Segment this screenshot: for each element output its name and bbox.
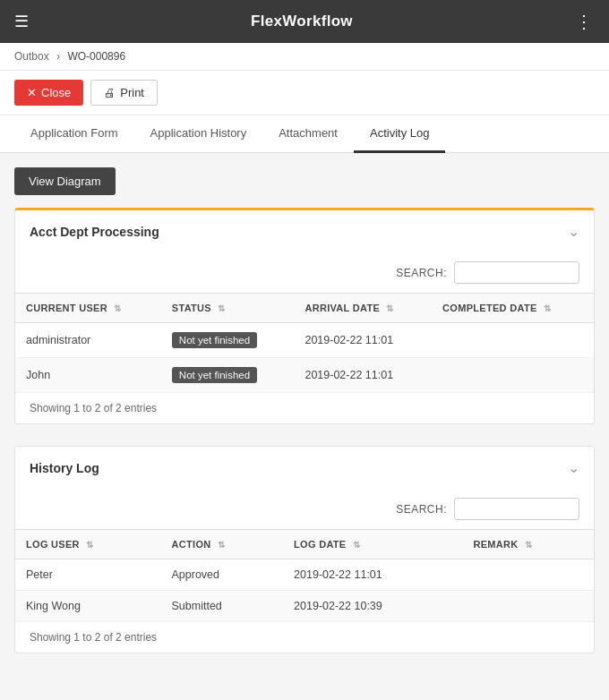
menu-icon[interactable]: ☰ [14,12,29,31]
history-log-search-input[interactable] [454,498,579,520]
col-log-date: LOG DATE ⇅ [283,530,462,559]
tab-application-history[interactable]: Application History [134,115,263,153]
cell-current-user: John [15,358,161,393]
print-icon: 🖨 [104,86,116,99]
status-badge: Not yet finished [172,332,257,348]
cell-remark [462,559,594,591]
app-title: FlexWorkflow [251,13,353,30]
col-current-user: CURRENT USER ⇅ [15,294,161,323]
sort-current-user-icon[interactable]: ⇅ [114,303,121,313]
col-action: ACTION ⇅ [161,530,284,559]
sort-log-date-icon[interactable]: ⇅ [353,540,360,550]
table-row: Peter Approved 2019-02-22 11:01 [15,559,594,591]
history-log-section-header[interactable]: History Log ⌄ [15,447,594,489]
col-arrival-date: ARRIVAL DATE ⇅ [294,294,432,323]
history-log-section: History Log ⌄ SEARCH: LOG USER ⇅ ACTION … [14,446,595,653]
acct-dept-section-header[interactable]: Acct Dept Processing ⌄ [15,210,594,252]
history-log-table: LOG USER ⇅ ACTION ⇅ LOG DATE ⇅ REMARK ⇅ [15,529,594,621]
tab-bar: Application Form Application History Att… [0,115,609,153]
col-completed-date: COMPLETED DATE ⇅ [432,294,594,323]
acct-dept-search-input[interactable] [454,261,579,284]
content-area: View Diagram Acct Dept Processing ⌄ SEAR… [0,153,609,682]
sort-remark-icon[interactable]: ⇅ [525,540,532,550]
col-log-user: LOG USER ⇅ [15,530,161,559]
cell-current-user: administrator [15,323,161,358]
cell-completed-date [432,358,594,393]
history-log-chevron-icon: ⌄ [568,459,579,476]
toolbar: ✕ Close 🖨 Print [0,71,609,115]
tab-application-form[interactable]: Application Form [14,115,134,153]
sort-arrival-icon[interactable]: ⇅ [386,303,393,313]
tab-attachment[interactable]: Attachment [262,115,354,153]
acct-dept-table-footer: Showing 1 to 2 of 2 entries [15,392,594,423]
history-log-table-footer: Showing 1 to 2 of 2 entries [15,621,594,653]
status-badge: Not yet finished [172,367,257,383]
sort-action-icon[interactable]: ⇅ [218,540,225,550]
cell-completed-date [432,323,594,358]
breadcrumb-separator: › [56,50,60,63]
acct-dept-title: Acct Dept Processing [30,225,159,239]
more-options-icon[interactable]: ⋮ [575,11,595,32]
table-row: John Not yet finished 2019-02-22 11:01 [15,358,594,393]
breadcrumb-parent[interactable]: Outbox [14,50,49,63]
breadcrumb-current: WO-000896 [67,50,125,63]
acct-dept-table: CURRENT USER ⇅ STATUS ⇅ ARRIVAL DATE ⇅ C… [15,293,594,392]
print-label: Print [120,86,144,99]
acct-dept-search-label: SEARCH: [396,267,447,279]
cell-status: Not yet finished [161,358,295,393]
sort-log-user-icon[interactable]: ⇅ [86,540,93,550]
cell-log-user: King Wong [15,591,161,622]
history-log-search-label: SEARCH: [396,503,447,516]
acct-dept-section: Acct Dept Processing ⌄ SEARCH: CURRENT U… [14,208,595,424]
acct-dept-chevron-icon: ⌄ [568,223,579,240]
close-icon: ✕ [27,86,37,99]
history-log-title: History Log [30,461,99,475]
cell-action: Submitted [161,591,284,622]
cell-status: Not yet finished [161,323,295,358]
col-status: STATUS ⇅ [161,294,295,323]
close-button[interactable]: ✕ Close [14,80,83,106]
cell-arrival-date: 2019-02-22 11:01 [294,358,432,393]
tab-activity-log[interactable]: Activity Log [354,115,445,153]
view-diagram-button[interactable]: View Diagram [14,167,116,195]
breadcrumb: Outbox › WO-000896 [0,43,609,71]
cell-log-date: 2019-02-22 11:01 [283,559,462,591]
cell-arrival-date: 2019-02-22 11:01 [294,323,432,358]
sort-completed-icon[interactable]: ⇅ [544,303,551,313]
close-label: Close [41,86,71,99]
cell-action: Approved [161,559,284,591]
cell-log-user: Peter [15,559,161,591]
sort-status-icon[interactable]: ⇅ [218,303,225,313]
app-header: ☰ FlexWorkflow ⋮ [0,0,609,43]
table-row: King Wong Submitted 2019-02-22 10:39 [15,591,594,622]
col-remark: REMARK ⇅ [462,530,594,559]
print-button[interactable]: 🖨 Print [90,80,158,106]
cell-remark [462,591,594,622]
cell-log-date: 2019-02-22 10:39 [283,591,462,622]
history-log-search-row: SEARCH: [15,489,594,529]
acct-dept-search-row: SEARCH: [15,252,594,293]
table-row: administrator Not yet finished 2019-02-2… [15,323,594,358]
